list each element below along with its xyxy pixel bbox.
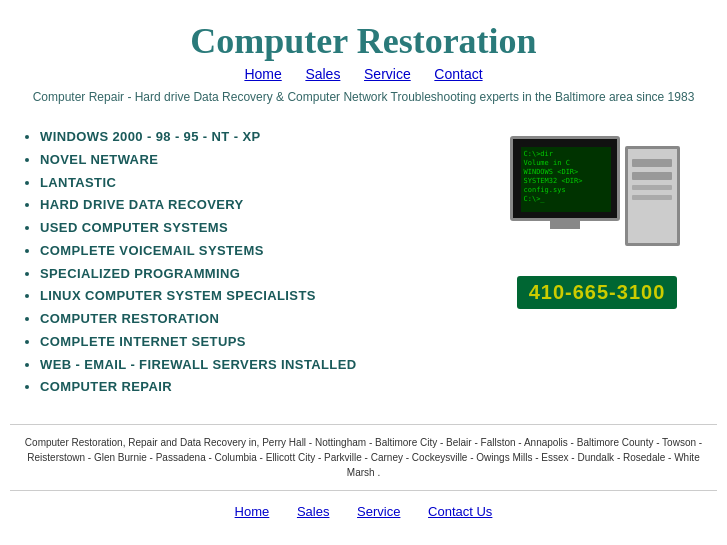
- service-item-2: LANTASTIC: [40, 172, 487, 195]
- right-panel: C:\>dir Volume in C WINDOWS <DIR> SYSTEM…: [487, 126, 707, 309]
- main-content: WINDOWS 2000 - 98 - 95 - NT - XPNOVEL NE…: [0, 116, 727, 409]
- service-item-6: SPECIALIZED PROGRAMMING: [40, 263, 487, 286]
- drive-slot-2: [632, 172, 672, 180]
- footer-nav-service[interactable]: Service: [357, 504, 400, 519]
- footer-cities: Computer Restoration, Repair and Data Re…: [10, 424, 717, 485]
- drive-slot-4: [632, 195, 672, 200]
- service-item-8: COMPUTER RESTORATION: [40, 308, 487, 331]
- nav-sales[interactable]: Sales: [305, 66, 340, 82]
- monitor-screen: C:\>dir Volume in C WINDOWS <DIR> SYSTEM…: [521, 147, 611, 212]
- footer-divider: [10, 490, 717, 491]
- page-wrapper: Computer Restoration Home Sales Service …: [0, 0, 727, 545]
- nav-home[interactable]: Home: [244, 66, 281, 82]
- monitor: C:\>dir Volume in C WINDOWS <DIR> SYSTEM…: [510, 136, 620, 221]
- service-item-3: HARD DRIVE DATA RECOVERY: [40, 194, 487, 217]
- drive-slot-3: [632, 185, 672, 190]
- footer-nav-sales[interactable]: Sales: [297, 504, 330, 519]
- service-item-9: COMPLETE INTERNET SETUPS: [40, 331, 487, 354]
- service-item-10: WEB - EMAIL - FIREWALL SERVERS INSTALLED: [40, 354, 487, 377]
- nav-bar: Home Sales Service Contact: [0, 62, 727, 86]
- service-item-1: NOVEL NETWARE: [40, 149, 487, 172]
- monitor-base: [550, 221, 580, 229]
- services-list: WINDOWS 2000 - 98 - 95 - NT - XPNOVEL NE…: [20, 126, 487, 399]
- service-item-0: WINDOWS 2000 - 98 - 95 - NT - XP: [40, 126, 487, 149]
- computer-image: C:\>dir Volume in C WINDOWS <DIR> SYSTEM…: [510, 136, 685, 266]
- footer-nav: Home Sales Service Contact Us: [0, 496, 727, 529]
- drive-slot-1: [632, 159, 672, 167]
- service-item-7: LINUX COMPUTER SYSTEM SPECIALISTS: [40, 285, 487, 308]
- nav-service[interactable]: Service: [364, 66, 411, 82]
- phone-number: 410-665-3100: [517, 276, 678, 309]
- footer-nav-contact[interactable]: Contact Us: [428, 504, 492, 519]
- footer-nav-home[interactable]: Home: [235, 504, 270, 519]
- tagline: Computer Repair - Hard drive Data Recove…: [0, 86, 727, 112]
- service-item-5: COMPLETE VOICEMAIL SYSTEMS: [40, 240, 487, 263]
- nav-contact[interactable]: Contact: [434, 66, 482, 82]
- monitor-screen-text: C:\>dir Volume in C WINDOWS <DIR> SYSTEM…: [521, 147, 611, 208]
- header: Computer Restoration Home Sales Service …: [0, 10, 727, 116]
- tower: [625, 146, 680, 246]
- service-item-4: USED COMPUTER SYSTEMS: [40, 217, 487, 240]
- service-item-11: COMPUTER REPAIR: [40, 376, 487, 399]
- site-title: Computer Restoration: [0, 20, 727, 62]
